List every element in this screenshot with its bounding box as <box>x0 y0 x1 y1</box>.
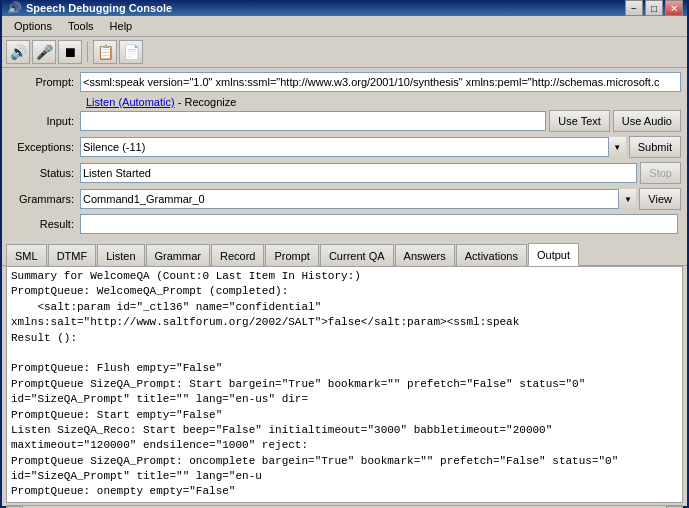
menu-tools[interactable]: Tools <box>60 18 102 34</box>
recognize-text: - Recognize <box>178 96 237 108</box>
listen-section: Listen (Automatic) - Recognize <box>8 96 681 110</box>
speak-icon[interactable]: 🔊 <box>6 40 30 64</box>
content-wrapper: Prompt: Listen (Automatic) - Recognize I… <box>2 68 687 508</box>
close-button[interactable]: ✕ <box>665 0 683 16</box>
output-area[interactable]: Summary for WelcomeQA (Count:0 Last Item… <box>6 266 683 503</box>
view-button[interactable]: View <box>639 188 681 210</box>
grammars-select[interactable]: Command1_Grammar_0 <box>80 189 636 209</box>
use-audio-button[interactable]: Use Audio <box>613 110 681 132</box>
result-row: Result: <box>8 214 681 234</box>
document-icon[interactable]: 📄 <box>119 40 143 64</box>
toolbar: 🔊 🎤 ⏹ 📋 📄 <box>2 37 687 68</box>
status-label: Status: <box>8 167 80 179</box>
menu-options[interactable]: Options <box>6 18 60 34</box>
exceptions-select-wrapper: Silence (-11) ▼ <box>80 137 626 157</box>
tab-record[interactable]: Record <box>211 244 264 266</box>
stop-button[interactable]: Stop <box>640 162 681 184</box>
grammars-select-wrapper: Command1_Grammar_0 ▼ <box>80 189 636 209</box>
submit-button[interactable]: Submit <box>629 136 681 158</box>
window-title: Speech Debugging Console <box>26 2 625 14</box>
listen-link[interactable]: Listen (Automatic) <box>86 96 175 108</box>
exceptions-row: Exceptions: Silence (-11) ▼ Submit <box>8 136 681 158</box>
grammars-row: Grammars: Command1_Grammar_0 ▼ View <box>8 188 681 210</box>
tab-grammar[interactable]: Grammar <box>146 244 210 266</box>
prompt-label: Prompt: <box>8 76 80 88</box>
app-icon: 🔊 <box>6 0 22 16</box>
result-field[interactable] <box>80 214 678 234</box>
tab-listen[interactable]: Listen <box>97 244 144 266</box>
stop-icon[interactable]: ⏹ <box>58 40 82 64</box>
exceptions-select[interactable]: Silence (-11) <box>80 137 626 157</box>
tab-current-qa[interactable]: Current QA <box>320 244 394 266</box>
record-icon[interactable]: 🎤 <box>32 40 56 64</box>
exceptions-label: Exceptions: <box>8 141 80 153</box>
status-field <box>80 163 637 183</box>
input-label: Input: <box>8 115 80 127</box>
input-field[interactable] <box>80 111 546 131</box>
menu-help[interactable]: Help <box>102 18 141 34</box>
use-text-button[interactable]: Use Text <box>549 110 610 132</box>
menu-bar: Options Tools Help <box>2 16 687 37</box>
window-controls: − □ ✕ <box>625 0 683 16</box>
tab-output[interactable]: Output <box>528 243 579 266</box>
input-row: Input: Use Text Use Audio <box>8 110 681 132</box>
panels-section: SML DTMF Listen Grammar Record Prompt Cu… <box>2 242 687 508</box>
maximize-button[interactable]: □ <box>645 0 663 16</box>
main-content: Prompt: Listen (Automatic) - Recognize I… <box>2 68 687 242</box>
tab-activations[interactable]: Activations <box>456 244 527 266</box>
tab-answers[interactable]: Answers <box>395 244 455 266</box>
tab-dtmf[interactable]: DTMF <box>48 244 97 266</box>
window-frame: 🔊 Speech Debugging Console − □ ✕ Options… <box>0 0 689 508</box>
prompt-row: Prompt: <box>8 72 681 92</box>
grammars-label: Grammars: <box>8 193 80 205</box>
tabs-container: SML DTMF Listen Grammar Record Prompt Cu… <box>2 242 687 266</box>
status-row: Status: Stop <box>8 162 681 184</box>
tab-sml[interactable]: SML <box>6 244 47 266</box>
tab-prompt[interactable]: Prompt <box>265 244 318 266</box>
toolbar-separator <box>87 42 88 62</box>
clipboard-icon[interactable]: 📋 <box>93 40 117 64</box>
minimize-button[interactable]: − <box>625 0 643 16</box>
result-label: Result: <box>8 218 80 230</box>
title-bar: 🔊 Speech Debugging Console − □ ✕ <box>2 0 687 16</box>
prompt-input[interactable] <box>80 72 681 92</box>
